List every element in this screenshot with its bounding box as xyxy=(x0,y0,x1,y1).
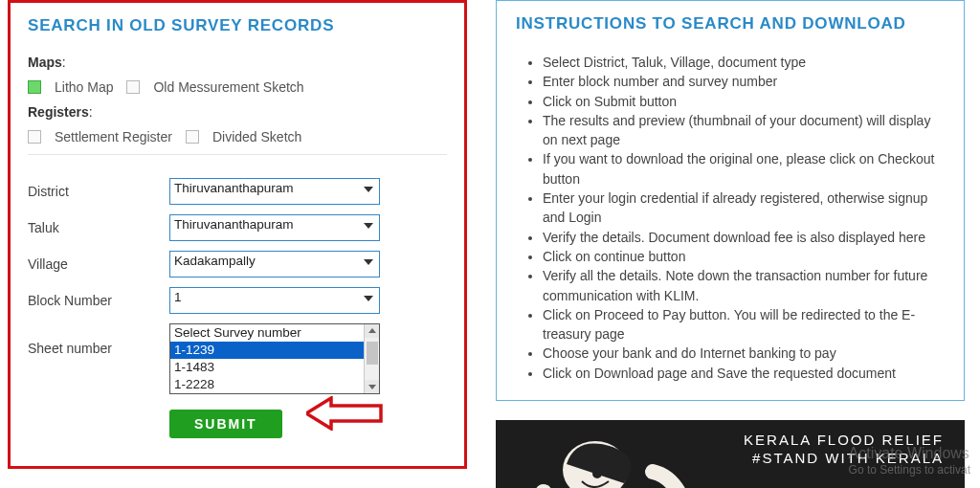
divider xyxy=(28,154,447,155)
sheet-number-label: Sheet number xyxy=(28,323,169,394)
instruction-item: If you want to download the original one… xyxy=(543,149,945,189)
taluk-value: Thiruvananthapuram xyxy=(174,217,294,232)
district-value: Thiruvananthapuram xyxy=(174,181,294,195)
svg-point-2 xyxy=(592,469,602,478)
chevron-down-icon xyxy=(364,187,373,192)
district-label: District xyxy=(28,178,169,205)
block-number-label: Block Number xyxy=(28,287,169,314)
sheet-option[interactable]: 1-1483 xyxy=(170,359,379,376)
instructions-panel: INSTRUCTIONS TO SEARCH AND DOWNLOAD Sele… xyxy=(496,0,965,401)
instruction-item: Click on Submit button xyxy=(543,92,945,111)
sheet-number-listbox[interactable]: Select Survey number 1-1239 1-1483 1-222… xyxy=(169,323,380,394)
instruction-item: Enter your login credential if already r… xyxy=(543,189,945,228)
instruction-item: Enter block number and survey number xyxy=(543,72,945,91)
taluk-select[interactable]: Thiruvananthapuram xyxy=(169,214,380,241)
instruction-item: Choose your bank and do Internet banking… xyxy=(543,344,945,363)
maps-group-label: Maps: xyxy=(28,55,447,70)
listbox-scrollbar[interactable] xyxy=(364,324,379,393)
scroll-up-icon[interactable] xyxy=(365,324,379,338)
search-title: SEARCH IN OLD SURVEY RECORDS xyxy=(28,16,447,35)
divided-sketch-label: Divided Sketch xyxy=(212,129,301,144)
instruction-item: Click on Download page and Save the requ… xyxy=(543,364,945,383)
instruction-item: Click on continue button xyxy=(543,247,945,266)
donate-banner[interactable]: KERALA FLOOD RELIEF #STAND WITH KERALA D… xyxy=(496,420,965,488)
settlement-register-checkbox[interactable] xyxy=(28,130,41,144)
instruction-item: Verify the details. Document download fe… xyxy=(543,228,945,247)
chevron-down-icon xyxy=(364,259,373,265)
scroll-thumb[interactable] xyxy=(367,342,378,365)
instruction-item: The results and preview (thumbnail of yo… xyxy=(543,111,945,150)
chevron-down-icon xyxy=(364,223,373,229)
block-number-select[interactable]: 1 xyxy=(169,287,380,314)
old-sketch-checkbox[interactable] xyxy=(126,80,140,94)
chevron-down-icon xyxy=(364,296,373,301)
sheet-option[interactable]: Select Survey number xyxy=(170,324,379,342)
banner-line1: KERALA FLOOD RELIEF xyxy=(701,432,944,448)
taluk-label: Taluk xyxy=(28,214,169,241)
submit-button[interactable]: SUBMIT xyxy=(169,410,282,438)
sheet-option[interactable]: 1-1239 xyxy=(170,342,379,359)
registers-group-label: Registers: xyxy=(28,104,447,120)
instruction-item: Select District, Taluk, Village, documen… xyxy=(543,53,945,72)
search-panel: SEARCH IN OLD SURVEY RECORDS Maps: Litho… xyxy=(8,0,467,469)
village-label: Village xyxy=(28,251,169,277)
scroll-down-icon[interactable] xyxy=(365,380,379,393)
block-number-value: 1 xyxy=(174,290,182,304)
instruction-item: Verify all the details. Note down the tr… xyxy=(543,266,945,305)
litho-map-label: Litho Map xyxy=(55,79,113,95)
instructions-title: INSTRUCTIONS TO SEARCH AND DOWNLOAD xyxy=(516,14,945,33)
sheet-option[interactable]: 1-2228 xyxy=(170,376,379,393)
banner-line2: #STAND WITH KERALA xyxy=(701,450,944,466)
instruction-item: Click on Proceed to Pay button. You will… xyxy=(543,305,945,344)
district-select[interactable]: Thiruvananthapuram xyxy=(169,178,380,205)
instructions-list: Select District, Taluk, Village, documen… xyxy=(543,53,945,383)
old-sketch-label: Old Messurement Sketch xyxy=(153,79,303,95)
village-select[interactable]: Kadakampally xyxy=(169,251,380,277)
litho-map-checkbox[interactable] xyxy=(28,80,41,94)
village-value: Kadakampally xyxy=(174,254,256,268)
banner-illustration xyxy=(509,430,701,488)
settlement-register-label: Settlement Register xyxy=(55,129,172,144)
divided-sketch-checkbox[interactable] xyxy=(186,130,199,144)
